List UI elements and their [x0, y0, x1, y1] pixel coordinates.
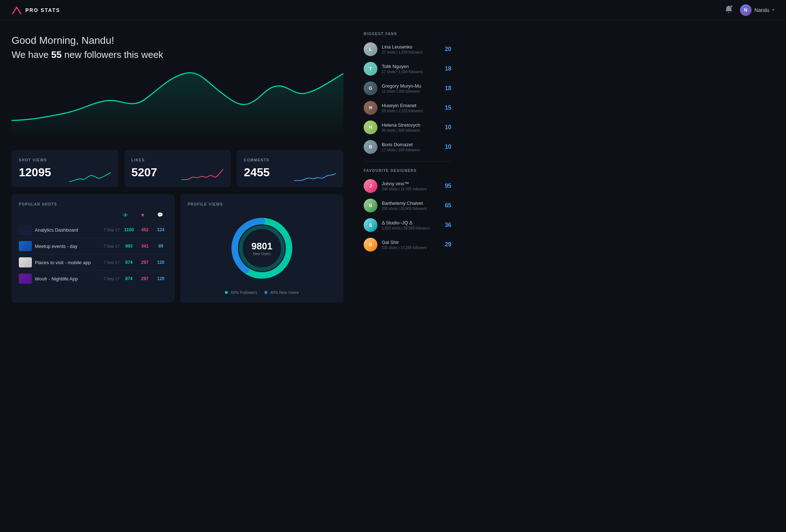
- designer-name: Johny vino™: [382, 181, 438, 186]
- main-chart-svg: [12, 66, 343, 139]
- shot-views-label: SHOT VIEWS: [19, 158, 111, 162]
- comments-value: 2455: [244, 166, 269, 179]
- table-row: Woofr - Nightlife App 7 Sep 17 874 297 1…: [19, 271, 167, 287]
- table-row: Places to visit - mobile app 7 Sep 17 87…: [19, 254, 167, 271]
- nav-right: N Nandu ▾: [724, 4, 774, 16]
- notification-button[interactable]: [724, 4, 733, 16]
- avatar: N: [740, 4, 752, 16]
- user-menu-button[interactable]: N Nandu ▾: [740, 4, 774, 16]
- fan-score: 18: [442, 66, 451, 72]
- donut-value: 9801: [251, 241, 272, 252]
- fan-meta: 11 shots | 208 followers: [382, 89, 438, 93]
- brand-name: PRO STATS: [25, 7, 60, 13]
- comments-sparkline: [285, 165, 343, 187]
- shot-likes-3: 297: [138, 260, 151, 265]
- main-chart-fill: [12, 73, 343, 139]
- fan-meta: 59 shots | 2,222 followers: [382, 109, 438, 113]
- shot-date-1: 7 Sep 17: [98, 228, 120, 232]
- fan-name: Boris Domazet: [382, 142, 438, 147]
- designer-name: Barthelemy Chalvet: [382, 200, 438, 206]
- fan-avatar: H: [364, 101, 377, 115]
- designer-name: Gal Shir: [382, 240, 438, 245]
- shot-date-4: 7 Sep 17: [98, 276, 120, 281]
- designer-name: Δ Studio–JQ Δ: [382, 220, 438, 225]
- designer-row: J Johny vino™ 246 shots | 14,705 followe…: [364, 179, 451, 193]
- profile-views-title: PROFILE VIEWS: [188, 202, 223, 206]
- fan-score: 10: [442, 124, 451, 131]
- favourite-designers-list: J Johny vino™ 246 shots | 14,705 followe…: [364, 179, 451, 252]
- brand-logo-icon: [12, 6, 22, 14]
- fan-name: Huseyin Emanet: [382, 103, 438, 108]
- designer-score: 36: [442, 222, 451, 228]
- new-users-dot: [264, 291, 267, 294]
- fan-info: Tolik Nguyen 17 shots | 1,588 followers: [382, 64, 438, 74]
- shot-thumb-3: [19, 257, 32, 267]
- navbar: PRO STATS N Nandu ▾: [0, 0, 786, 20]
- fan-avatar: H: [364, 121, 377, 134]
- stat-card-comments: COMMENTS 2455: [237, 150, 343, 187]
- fan-info: Huseyin Emanet 59 shots | 2,222 follower…: [382, 103, 438, 113]
- profile-views-card: PROFILE VIEWS: [180, 194, 343, 303]
- shot-date-3: 7 Sep 17: [98, 260, 120, 265]
- donut-legend: 60% Followers 40% New Users: [225, 290, 298, 295]
- shot-comments-4: 120: [154, 276, 167, 281]
- fan-avatar: G: [364, 81, 377, 95]
- shot-comments-2: 89: [154, 244, 167, 249]
- designer-row: B Barthelemy Chalvet 205 shots | 35,909 …: [364, 199, 451, 212]
- fan-row: T Tolik Nguyen 17 shots | 1,588 follower…: [364, 62, 451, 76]
- fan-row: B Boris Domazet 17 shots | 109 followers…: [364, 140, 451, 154]
- stat-cards: SHOT VIEWS 12095 LIKES 5207 COMMENTS 245…: [12, 150, 343, 187]
- comments-label: COMMENTS: [244, 158, 336, 162]
- fan-info: Boris Domazet 17 shots | 109 followers: [382, 142, 438, 152]
- designer-meta: 246 shots | 14,705 followers: [382, 187, 438, 191]
- fan-avatar: B: [364, 140, 377, 154]
- shot-name-1: Analytics Dashboard: [35, 227, 95, 233]
- shot-views-value: 12095: [19, 166, 51, 179]
- legend-followers: 60% Followers: [225, 290, 257, 295]
- shot-views-4: 874: [122, 276, 135, 281]
- likes-label: LIKES: [131, 158, 224, 162]
- followers-dot: [225, 291, 228, 294]
- likes-value: 5207: [131, 166, 157, 179]
- fan-avatar: T: [364, 62, 377, 76]
- donut-label: New Users: [251, 252, 272, 256]
- designer-info: Gal Shir 105 shots | 15,289 followers: [382, 240, 438, 250]
- shot-thumb-1: [19, 225, 32, 235]
- main-content: Good Morning, Nandu! We have 55 new foll…: [0, 20, 355, 314]
- user-name: Nandu: [754, 7, 769, 13]
- shot-name-3: Places to visit - mobile app: [35, 260, 95, 265]
- designer-avatar: J: [364, 179, 377, 193]
- fan-row: H Helena Stretovych 39 shots | 509 follo…: [364, 121, 451, 134]
- shot-views-sparkline: [60, 165, 118, 187]
- donut-chart: 9801 New Users: [229, 216, 294, 281]
- fan-name: Helena Stretovych: [382, 122, 438, 128]
- shot-name-2: Meetup events - day: [35, 244, 95, 249]
- layout: Good Morning, Nandu! We have 55 new foll…: [0, 20, 786, 314]
- fan-meta: 17 shots | 109 followers: [382, 148, 438, 152]
- shot-likes-1: 452: [138, 227, 151, 232]
- comments-header-icon: 💬: [153, 212, 167, 218]
- nav-brand: PRO STATS: [12, 6, 60, 14]
- designer-row: G Gal Shir 105 shots | 15,289 followers …: [364, 238, 451, 252]
- shot-likes-2: 341: [138, 244, 151, 249]
- designer-info: Johny vino™ 246 shots | 14,705 followers: [382, 181, 438, 191]
- chevron-down-icon: ▾: [772, 8, 774, 12]
- legend-new-users: 40% New Users: [264, 290, 299, 295]
- designer-score: 95: [442, 183, 451, 189]
- biggest-fans-title: BIGGEST FANS: [364, 32, 451, 36]
- likes-sparkline-line: [181, 169, 223, 180]
- designer-info: Barthelemy Chalvet 205 shots | 35,909 fo…: [382, 200, 438, 211]
- greeting-pre: We have: [12, 49, 51, 60]
- designer-meta: 1,923 shots | 39,598 followers: [382, 226, 438, 230]
- sidebar-divider: [364, 161, 451, 161]
- designer-info: Δ Studio–JQ Δ 1,923 shots | 39,598 follo…: [382, 220, 438, 230]
- designer-score: 29: [442, 241, 451, 248]
- comments-sparkline-line: [294, 173, 336, 181]
- shot-comments-3: 120: [154, 260, 167, 265]
- table-row: Analytics Dashboard 7 Sep 17 1100 452 12…: [19, 222, 167, 238]
- fan-row: H Huseyin Emanet 59 shots | 2,222 follow…: [364, 101, 451, 115]
- fan-name: Tolik Nguyen: [382, 64, 438, 69]
- followers-label: 60% Followers: [231, 290, 257, 295]
- fan-score: 15: [442, 105, 451, 111]
- shot-name-4: Woofr - Nightlife App: [35, 276, 95, 282]
